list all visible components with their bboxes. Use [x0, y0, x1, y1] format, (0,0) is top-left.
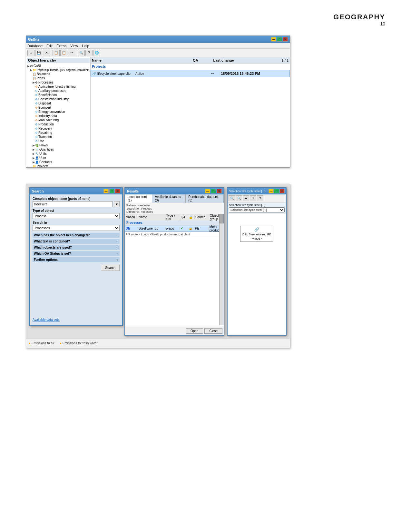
tb-new[interactable]: □	[27, 50, 34, 56]
tree-item-gabi[interactable]: ▶ 🗂 GaBi	[27, 64, 90, 68]
geo-title: GEOGRAPHY	[333, 13, 385, 21]
menu-view[interactable]: View	[70, 44, 78, 48]
geo-number: 10	[333, 21, 385, 26]
results-close[interactable]: ✕	[217, 189, 222, 193]
tree-item-balances[interactable]: 📋 Balances	[27, 72, 90, 76]
project-date: 18/09/2016 13:46:23 PM	[221, 72, 289, 75]
tree-item-recovery[interactable]: ⚙ Recovery	[27, 126, 90, 131]
maximize-button[interactable]: □	[277, 37, 282, 42]
search-in-dropdown[interactable]: Processes	[33, 225, 120, 231]
toolbar: □ 💾 ✕ 📋 📋 ↩ 🔍 ? 🌐	[26, 49, 290, 57]
section-changed[interactable]: When has the object been changed? ○	[33, 233, 120, 238]
col-source: Source	[195, 215, 209, 219]
side-back[interactable]: ⬅	[243, 195, 249, 201]
open-button[interactable]: Open	[186, 328, 203, 334]
tree-item-contacts[interactable]: ▶ 👤 Contacts	[27, 160, 90, 164]
tb-search[interactable]: 🔍	[78, 50, 85, 56]
project-row[interactable]: 🔗 lifecycle steel paperclip — Active — ✏…	[91, 70, 290, 77]
result-lock: 🔒	[188, 227, 194, 230]
menu-edit[interactable]: Edit	[46, 44, 53, 48]
section-text[interactable]: What text is contained? ○	[33, 239, 120, 244]
tb-undo[interactable]: ↩	[68, 50, 75, 56]
side-help[interactable]: ?	[257, 195, 263, 201]
tree-item-transport[interactable]: ⚙ Transport	[27, 135, 90, 139]
col-nation: Nation	[125, 215, 138, 219]
side-minimize[interactable]: —	[269, 189, 274, 193]
tree-item-production[interactable]: ⚙ Production	[27, 122, 90, 126]
side-zoom-out[interactable]: 🔍	[236, 195, 242, 201]
section-objects[interactable]: Which objects are used? ○	[33, 245, 120, 250]
tree-item-units[interactable]: ▶ 🔧 Units	[27, 152, 90, 156]
result-nation: DE	[125, 227, 138, 230]
results-tabs: Local content (1) Available datasets (0)…	[125, 194, 224, 203]
tab-purchasable[interactable]: Purchasable datasets (3)	[186, 194, 224, 203]
tree-item-projects[interactable]: 📁 Projects	[27, 164, 90, 167]
minimize-button[interactable]: —	[271, 37, 276, 42]
col-name-header: Name	[91, 58, 187, 62]
tb-save[interactable]: 💾	[35, 50, 42, 56]
results-scrollbar[interactable]	[219, 214, 224, 325]
col-type: Type / SN	[166, 214, 180, 221]
tree-item-construction[interactable]: ⚙ Construction industry	[27, 97, 90, 101]
tree-item-quantities[interactable]: ▶ 📊 Quantities	[27, 147, 90, 152]
results-maximize[interactable]: □	[211, 189, 216, 193]
tree-item-flows[interactable]: ▶ 🌿 Flows	[27, 143, 90, 147]
col-name-r: Name	[138, 215, 166, 219]
info-line-3: Directory: Processes	[126, 210, 222, 213]
right-header: Name QA Last change 1 / 1	[91, 57, 290, 64]
tab-local[interactable]: Local content (1)	[125, 194, 152, 203]
tb-help[interactable]: ?	[85, 50, 93, 56]
available-datasets-link[interactable]: Available data sets	[33, 318, 60, 321]
section-qa[interactable]: Which QA Status is set? ○	[33, 251, 120, 256]
menu-help[interactable]: Help	[82, 44, 89, 48]
tree-item-aux[interactable]: ⚙ Auxiliary processes	[27, 89, 90, 93]
search-text-input[interactable]	[33, 201, 113, 207]
side-content: 🔗 D&i: Steel wire rod PE ⇒-agg>	[228, 223, 286, 244]
side-maximize[interactable]: □	[274, 189, 279, 193]
tree-item-econvert[interactable]: ⚙ Econvert	[27, 105, 90, 110]
panel-header: Object hierarchy	[27, 58, 90, 63]
search-close[interactable]: ✕	[115, 189, 120, 193]
side-fwd[interactable]: ⮕	[250, 195, 256, 201]
bottom-status-bar: ● Emissions to air ● Emissions to fresh …	[26, 338, 290, 348]
tree-item-plans[interactable]: 📋 Plans	[27, 76, 90, 80]
process-box: 🔗 D&i: Steel wire rod PE ⇒-agg>	[240, 226, 273, 242]
tree-item-tutorial[interactable]: ▶ 📁 Paperclip Tutorial [C:\ProgramData\t…	[27, 68, 90, 72]
results-minimize[interactable]: —	[205, 189, 210, 193]
search-dropdown-btn[interactable]: ▼	[114, 201, 120, 207]
type-dropdown[interactable]: Process	[33, 213, 120, 219]
search-minimize[interactable]: —	[103, 189, 109, 193]
tb-copy[interactable]: 📋	[53, 50, 60, 56]
result-row-1[interactable]: DE Steel wire rod p-agg ✔ 🔒 PE Metal pro…	[125, 225, 224, 232]
section-further[interactable]: Further options ○	[33, 257, 120, 262]
side-toolbar: 🔍 🔍 ⬅ ⮕ ?	[228, 194, 286, 202]
side-close[interactable]: ✕	[279, 189, 285, 193]
close-results-button[interactable]: Close	[204, 328, 222, 334]
search-maximize[interactable]: □	[109, 189, 114, 193]
close-button[interactable]: ✕	[283, 37, 288, 42]
tree-item-user[interactable]: ▶ 👤 User	[27, 156, 90, 160]
tab-available[interactable]: Available datasets (0)	[152, 194, 186, 203]
search-field-label: Complete object name (parts of none)	[33, 197, 120, 201]
tree-item-disposal[interactable]: ⚙ Disposal	[27, 101, 90, 105]
tree-item-industry[interactable]: ⚙ Industry data	[27, 114, 90, 118]
side-select-dropdown[interactable]: Selection: life cycle steel [...]	[229, 207, 285, 212]
tb-delete[interactable]: ✕	[43, 50, 50, 56]
tb-browser[interactable]: 🌐	[93, 50, 100, 56]
side-zoom-in[interactable]: 🔍	[229, 195, 235, 201]
tree-item-agri[interactable]: ⚙ Agriculture forestry fishing	[27, 84, 90, 89]
top-screenshot: GaBits — □ ✕ Database Edit Extras View H…	[26, 35, 290, 168]
menu-database[interactable]: Database	[27, 44, 43, 48]
tb-paste[interactable]: 📋	[60, 50, 67, 56]
tree-item-repairing[interactable]: ⚙ Repairing	[27, 131, 90, 135]
tree-item-manufacturing[interactable]: ⚙ Manufacturing	[27, 118, 90, 122]
project-status: — Active —	[131, 72, 148, 75]
tree-item-energy[interactable]: ⚙ Energy conversion	[27, 110, 90, 114]
tree-item-benef[interactable]: ⚙ Beneficiation	[27, 93, 90, 97]
tree-item-use[interactable]: ⚙ Use	[27, 139, 90, 143]
menu-extras[interactable]: Extras	[56, 44, 66, 48]
search-button[interactable]: Search	[101, 265, 120, 271]
side-select-label: Selection: life cycle steel [...] Select…	[228, 202, 286, 213]
tree-item-processes[interactable]: ▶ ⚙ Processes	[27, 80, 90, 84]
menu-bar: Database Edit Extras View Help	[26, 43, 290, 49]
